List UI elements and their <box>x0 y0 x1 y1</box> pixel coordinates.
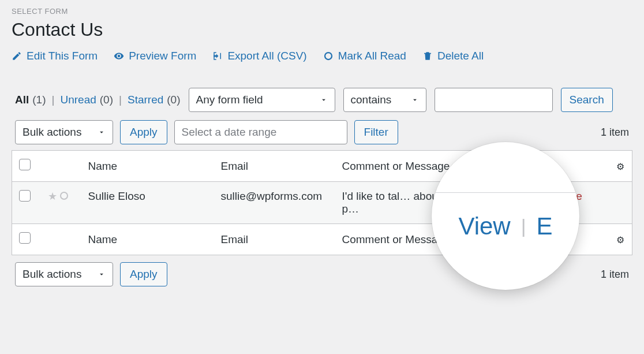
mark-all-read-link[interactable]: Mark All Read <box>323 50 406 62</box>
trash-icon <box>422 51 433 61</box>
apply-button-bottom[interactable]: Apply <box>120 262 167 286</box>
filter-unread[interactable]: Unread <box>60 94 96 106</box>
chevron-down-icon <box>98 270 106 278</box>
email-footer: Email <box>214 224 335 255</box>
filter-button[interactable]: Filter <box>354 120 398 144</box>
select-form-label: SELECT FORM <box>12 7 632 16</box>
star-icon[interactable]: ★ <box>48 191 57 202</box>
row-email: sullie@wpforms.com <box>214 182 335 224</box>
field-select-value: Any form field <box>196 94 263 106</box>
name-footer: Name <box>81 224 214 255</box>
chevron-down-icon <box>320 96 328 104</box>
date-range-input[interactable]: Select a date range <box>174 120 347 144</box>
pencil-icon <box>12 51 22 61</box>
filter-unread-count: (0) <box>100 94 113 106</box>
condition-select-value: contains <box>351 94 392 106</box>
delete-all-label: Delete All <box>437 50 484 62</box>
mark-all-read-label: Mark All Read <box>338 50 406 62</box>
circle-icon <box>323 51 334 61</box>
search-button[interactable]: Search <box>561 88 613 112</box>
delete-all-link[interactable]: Delete All <box>422 50 484 62</box>
magnifier-row: View | E <box>458 213 552 240</box>
bulk-actions-select-bottom[interactable]: Bulk actions <box>15 262 113 286</box>
field-select[interactable]: Any form field <box>189 88 335 112</box>
magnifier-callout: View | E <box>432 142 579 290</box>
export-csv-link[interactable]: Export All (CSV) <box>212 50 306 62</box>
filter-starred-count: (0) <box>167 94 180 106</box>
apply-button[interactable]: Apply <box>120 120 167 144</box>
chevron-down-icon <box>411 96 419 104</box>
filter-all[interactable]: All <box>15 94 29 106</box>
top-toolbar: Bulk actions Apply Select a date range F… <box>12 118 632 150</box>
preview-form-label: Preview Form <box>129 50 196 62</box>
edit-form-link[interactable]: Edit This Form <box>12 50 98 62</box>
export-csv-label: Export All (CSV) <box>227 50 306 62</box>
filter-row: All (1) | Unread (0) | Starred (0) Any f… <box>12 75 632 118</box>
item-count-top: 1 item <box>601 126 629 139</box>
eye-icon <box>114 51 124 61</box>
magnifier-view-text: View <box>458 213 510 240</box>
chevron-down-icon <box>98 128 106 136</box>
svg-point-0 <box>325 53 332 59</box>
select-all-checkbox[interactable] <box>19 159 31 170</box>
magnifier-edit-text: E <box>537 213 553 240</box>
select-all-checkbox-footer[interactable] <box>19 232 31 244</box>
gear-icon[interactable]: ⚙ <box>616 162 624 172</box>
export-icon <box>212 51 223 61</box>
magnifier-divider <box>432 192 579 193</box>
bulk-actions-select[interactable]: Bulk actions <box>15 120 113 144</box>
read-indicator-icon[interactable] <box>60 192 68 200</box>
preview-form-link[interactable]: Preview Form <box>114 50 196 62</box>
filter-all-count: (1) <box>32 94 46 106</box>
name-header[interactable]: Name <box>81 151 214 182</box>
bulk-actions-value: Bulk actions <box>23 268 81 281</box>
row-checkbox[interactable] <box>19 190 31 202</box>
condition-select[interactable]: contains <box>343 88 426 112</box>
email-header[interactable]: Email <box>214 151 335 182</box>
separator: | <box>119 94 122 106</box>
row-name: Sullie Eloso <box>81 182 214 224</box>
magnifier-separator: | <box>521 215 526 237</box>
edit-form-label: Edit This Form <box>27 50 98 62</box>
bulk-actions-value: Bulk actions <box>23 126 81 139</box>
page-title: Contact Us <box>12 19 632 40</box>
status-filters: All (1) | Unread (0) | Starred (0) <box>15 94 181 106</box>
indicators-header <box>41 151 81 182</box>
gear-icon[interactable]: ⚙ <box>616 235 624 245</box>
filter-starred[interactable]: Starred <box>128 94 163 106</box>
item-count-bottom: 1 item <box>601 269 629 281</box>
search-input[interactable] <box>435 88 553 112</box>
form-action-links: Edit This Form Preview Form Export All (… <box>12 50 632 62</box>
separator: | <box>52 94 55 106</box>
